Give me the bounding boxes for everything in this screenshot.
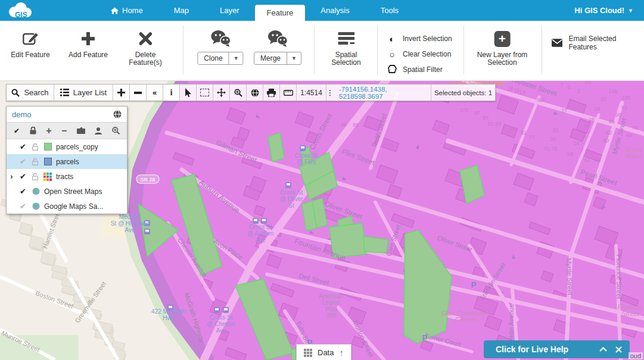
feature-info-button[interactable]: i [163,84,180,101]
delete-feature-button[interactable]: Delete Feature(s) [129,28,161,67]
zoom-to-layer-icon[interactable] [112,127,120,134]
arrow-up-icon: ↑ [339,348,344,358]
collapse-help-button[interactable] [595,347,611,352]
print-button[interactable] [263,84,280,101]
house-number-label: 30 [584,123,590,129]
zoom-out-button[interactable] [130,84,147,101]
visibility-check[interactable]: ✔ [17,142,29,151]
email-selected-features-button[interactable]: Email Selected Features [552,35,644,51]
user-icon[interactable] [95,127,102,134]
house-number-label: 70 [632,125,638,131]
divider [314,26,315,74]
house-number-label: 91,93 [488,121,502,127]
chevron-down-icon: ▼ [628,8,633,14]
info-icon: i [170,87,172,98]
layer-row-parcels[interactable]: ✔ parcels [7,154,127,169]
unlock-icon[interactable] [29,173,41,180]
layer-list-panel: demo ✔ + − ✔ parcels_copy ✔ parcels [6,106,127,214]
merge-dropdown-button[interactable]: ▼ [287,52,301,64]
spatial-filter-button[interactable]: Spatial Filter [387,62,452,77]
spatial-selection-button[interactable]: Spatial Selection [331,28,360,67]
menu-analysis[interactable]: Analysis [305,0,365,21]
house-number-label: 146 [608,89,617,95]
add-layer-button[interactable]: + [46,126,51,136]
globe-icon [251,89,259,97]
layer-row-tracts[interactable]: › ✔ tracts [7,169,127,184]
full-extent-button[interactable] [247,84,263,101]
zoom-in-button[interactable] [113,84,130,101]
coordinates-display[interactable]: ⋮ -7914156.1438, 5218598.3697 [326,84,431,101]
edit-feature-icon [11,28,49,49]
new-layer-from-selection-button[interactable]: + New Layer from Selection [477,28,528,67]
select-pointer-button[interactable] [180,84,197,101]
merge-button[interactable]: Merge [254,52,287,64]
menu-layer[interactable]: Layer [204,0,255,21]
unlock-icon[interactable] [29,158,41,165]
selected-objects-counter: Selected objects: 1 [431,84,495,101]
layer-swatch [41,158,54,165]
x-icon [129,28,161,49]
map-label: Florence Street [615,254,623,299]
lock-button[interactable] [30,127,36,134]
layer-list-button[interactable]: Layer List [54,84,113,101]
map-label: SR 28 [140,177,155,183]
zoom-box-button[interactable] [230,84,247,101]
house-number-label: 5 [567,84,570,90]
layer-row-open-street-maps[interactable]: ✔ Open Street Maps [7,184,127,199]
add-feature-button[interactable]: Add Feature [69,28,108,59]
visibility-check[interactable]: ✔ [17,187,29,196]
map-label: P [422,333,428,342]
layer-swatch [41,173,54,181]
house-number-label: 95 [483,115,489,121]
clear-selection-button[interactable]: ○ Clear Selection [387,46,452,62]
box-select-button[interactable] [197,84,213,101]
toggle-visibility-button[interactable]: ✔ [14,127,20,135]
clone-icon [197,28,243,49]
house-number-label: 61 [584,157,590,163]
user-menu[interactable]: Hi GIS Cloud! ▼ [574,0,633,21]
layer-row-google-maps[interactable]: ✔ Google Maps Sa... [7,199,127,214]
gis-cloud-logo[interactable]: GIS [5,1,36,20]
expand-icon[interactable]: › [7,172,17,181]
house-number-label: 34 [573,140,579,146]
scale-indicator[interactable]: 1:4514 [297,84,326,101]
edit-feature-button[interactable]: Edit Feature [11,28,49,59]
house-number-label: 1 [577,88,580,94]
close-icon [615,346,622,353]
house-number-label: 23 [585,80,591,85]
menu-tools[interactable]: Tools [365,0,414,21]
menu-feature[interactable]: Feature [255,5,306,21]
data-grid-toggle-button[interactable]: Data ↑ [296,344,351,360]
live-help-bar[interactable]: Click for Live Help [484,340,630,358]
house-number-label: 28 [589,117,595,123]
remove-layer-button[interactable]: − [61,126,67,136]
layer-row-parcels-copy[interactable]: ✔ parcels_copy [7,139,127,154]
clone-dropdown-button[interactable]: ▼ [229,52,243,64]
clone-button[interactable]: Clone [198,52,228,64]
close-help-button[interactable] [611,346,626,353]
menu-home[interactable]: Home [95,0,158,21]
visibility-check[interactable]: ✔ [17,172,29,181]
basemap-globe-icon [29,187,42,195]
merge-icon [254,28,301,49]
envelope-icon [552,39,562,47]
pan-button[interactable] [213,84,230,101]
printer-icon [267,89,276,97]
house-number-label: 16 [514,87,519,93]
menu-map[interactable]: Map [158,0,204,21]
visibility-check[interactable]: ✔ [17,202,29,211]
measure-button[interactable] [280,84,297,101]
house-number-label: 90 [615,112,621,118]
invert-selection-button[interactable]: ◐ Invert Selection [387,31,452,46]
house-number-label: 71,73 [544,146,558,152]
home-icon [111,7,119,14]
spatial-selection-icon [331,28,360,49]
visibility-check[interactable]: ✔ [17,157,29,166]
house-number-label: 136 [621,95,630,101]
map-name[interactable]: demo [12,110,32,119]
collapse-toolbar-button[interactable]: « [147,84,163,101]
search-button[interactable]: Search [7,84,54,101]
folder-icon[interactable] [77,127,85,134]
globe-icon[interactable] [113,110,122,118]
unlock-icon[interactable] [29,143,41,151]
